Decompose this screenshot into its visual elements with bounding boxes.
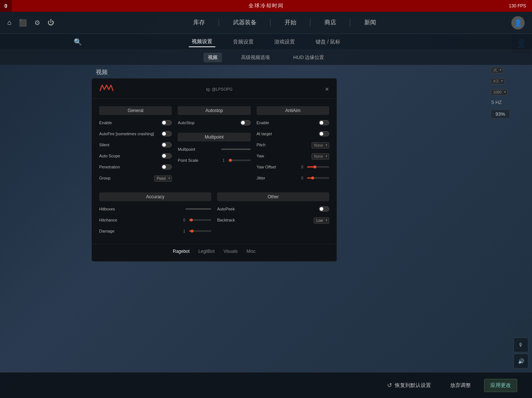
yaw-offset-thumb[interactable] bbox=[313, 165, 316, 168]
jitter-slider[interactable] bbox=[307, 177, 329, 179]
point-scale-slider[interactable] bbox=[229, 160, 251, 161]
general-panel: General Enable AutoFire [sometimes crash… bbox=[96, 103, 175, 188]
autofire-toggle[interactable] bbox=[161, 131, 172, 136]
damage-row: Damage 1 bbox=[99, 227, 211, 235]
user-avatar[interactable]: 👤 bbox=[511, 16, 525, 29]
yaw-offset-fill bbox=[307, 166, 314, 168]
settings-tabs: 🔍 视频设置 音频设置 游戏设置 键盘 / 鼠标 bbox=[0, 34, 532, 50]
right-panel: 式 4:3 1080 5 HZ 93% bbox=[491, 66, 510, 119]
power-icon[interactable]: ⏻ bbox=[48, 19, 54, 27]
accuracy-panel: Accuracy Hitboxes Hitchance 0 Damage bbox=[96, 189, 214, 241]
bottom-bar: ↺ 恢复到默认设置 放弃调整 应用更改 bbox=[0, 372, 532, 398]
hitchance-thumb[interactable] bbox=[190, 219, 193, 221]
pitch-row: Pitch None bbox=[257, 141, 329, 149]
nav-start[interactable]: 开始 bbox=[282, 17, 299, 28]
nav-right: 👤 bbox=[495, 16, 532, 29]
jitter-row: Jitter 0 bbox=[257, 174, 329, 182]
other-title: Other bbox=[217, 192, 329, 201]
search-icon[interactable]: 🔍 bbox=[74, 38, 82, 46]
audio-button[interactable]: 🔊 bbox=[514, 354, 528, 369]
backtrack-select[interactable]: Low bbox=[314, 217, 329, 224]
damage-thumb[interactable] bbox=[191, 230, 194, 233]
subtab-hud[interactable]: HUD 边缘位置 bbox=[289, 53, 329, 62]
nav-shop[interactable]: 商店 bbox=[321, 17, 339, 28]
antiaim-title: AntiAim bbox=[257, 106, 329, 115]
group-select-wrap[interactable]: Pistol bbox=[154, 175, 172, 181]
restore-label: 恢复到默认设置 bbox=[395, 382, 431, 389]
backtrack-select-wrap[interactable]: Low bbox=[314, 217, 329, 223]
restore-defaults-button[interactable]: ↺ 恢复到默认设置 bbox=[381, 379, 437, 392]
enable-row: Enable bbox=[99, 119, 172, 127]
footer-tab-legitbot[interactable]: LegitBot bbox=[198, 249, 215, 254]
hitboxes-bar bbox=[185, 208, 211, 210]
point-scale-row: Point Scale 1 bbox=[178, 156, 250, 164]
res-row: 1080 bbox=[491, 88, 510, 95]
damage-slider[interactable] bbox=[189, 230, 211, 232]
hz-label: 5 HZ bbox=[491, 100, 502, 105]
tv-icon[interactable]: ⬛ bbox=[19, 19, 27, 27]
autopeek-toggle[interactable] bbox=[319, 206, 329, 212]
at-target-toggle[interactable] bbox=[319, 131, 329, 136]
pitch-select-wrap[interactable]: None bbox=[312, 142, 329, 148]
mic-button[interactable]: 🎙 bbox=[514, 338, 528, 352]
apply-label: 应用更改 bbox=[490, 382, 511, 389]
enable-label: Enable bbox=[99, 121, 112, 125]
subtab-video[interactable]: 视频 bbox=[204, 53, 222, 62]
silent-toggle[interactable] bbox=[161, 142, 172, 147]
res-select[interactable]: 1080 bbox=[491, 89, 508, 95]
ratio-select-wrap[interactable]: 4:3 bbox=[491, 77, 505, 84]
modal-close-icon[interactable]: ✕ bbox=[325, 86, 329, 92]
footer-tab-ragebot[interactable]: Ragebot bbox=[173, 249, 189, 254]
autoscope-toggle[interactable] bbox=[161, 153, 172, 158]
modal-logo bbox=[99, 84, 114, 95]
footer-tab-visuals[interactable]: Visuals bbox=[223, 249, 237, 254]
hitchance-row: Hitchance 0 bbox=[99, 216, 211, 224]
discard-button[interactable]: 放弃调整 bbox=[444, 379, 477, 392]
res-select-wrap[interactable]: 1080 bbox=[491, 88, 508, 95]
group-label: Group bbox=[99, 176, 111, 180]
sub-tabs: 视频 高级视频选项 HUD 边缘位置 bbox=[0, 50, 532, 65]
point-scale-thumb[interactable] bbox=[229, 159, 232, 162]
ratio-select[interactable]: 4:3 bbox=[491, 78, 505, 84]
antiaim-enable-row: Enable bbox=[257, 119, 329, 127]
nav-news[interactable]: 新闻 bbox=[361, 17, 379, 28]
discard-label: 放弃调整 bbox=[450, 382, 471, 389]
hitchance-slider[interactable] bbox=[189, 219, 211, 221]
yaw-select-wrap[interactable]: None bbox=[312, 153, 329, 159]
point-scale-val: 1 bbox=[223, 158, 227, 163]
footer-tab-misc[interactable]: Misc bbox=[247, 249, 256, 254]
antiaim-enable-toggle[interactable] bbox=[319, 120, 329, 125]
modal-body: General Enable AutoFire [sometimes crash… bbox=[92, 99, 337, 188]
damage-slider-wrap: 1 bbox=[183, 229, 211, 233]
nav-icons: ⌂ ⬛ ⚙ ⏻ bbox=[0, 19, 74, 27]
gear-icon[interactable]: ⚙ bbox=[34, 19, 40, 27]
nav-inventory[interactable]: 库存 bbox=[190, 17, 208, 28]
autostop-toggle[interactable] bbox=[240, 120, 251, 125]
tab-video-settings[interactable]: 视频设置 bbox=[189, 37, 215, 47]
apply-button[interactable]: 应用更改 bbox=[484, 379, 517, 392]
mode-select-wrap[interactable]: 式 bbox=[491, 66, 503, 73]
autofire-row: AutoFire [sometimes crashing] bbox=[99, 130, 172, 138]
other-panel: Other AutoPeek Backtrack Low bbox=[214, 189, 332, 241]
tab-audio-settings[interactable]: 音频设置 bbox=[230, 37, 257, 47]
top-bar-title: 全球冷却时间 bbox=[248, 3, 284, 9]
pitch-select[interactable]: None bbox=[312, 142, 329, 149]
subtab-advanced[interactable]: 高级视频选项 bbox=[237, 53, 274, 62]
multipoint-bar bbox=[221, 149, 251, 150]
damage-label: Damage bbox=[99, 229, 115, 233]
mode-select[interactable]: 式 bbox=[491, 67, 503, 73]
tab-keyboard-mouse[interactable]: 键盘 / 鼠标 bbox=[313, 37, 344, 47]
yaw-offset-slider[interactable] bbox=[307, 166, 329, 168]
percent-display: 93% bbox=[491, 109, 510, 119]
home-icon[interactable]: ⌂ bbox=[7, 19, 11, 27]
jitter-thumb[interactable] bbox=[311, 177, 314, 179]
antiaim-enable-label: Enable bbox=[257, 121, 269, 125]
jitter-label: Jitter bbox=[257, 176, 265, 180]
yaw-select[interactable]: None bbox=[312, 153, 329, 160]
group-select[interactable]: Pistol bbox=[154, 175, 172, 182]
enable-toggle[interactable] bbox=[161, 120, 172, 125]
penetration-toggle[interactable] bbox=[161, 164, 172, 170]
nav-weapons[interactable]: 武器装备 bbox=[230, 17, 260, 28]
tab-game-settings[interactable]: 游戏设置 bbox=[271, 37, 298, 47]
hitchance-label: Hitchance bbox=[99, 218, 117, 222]
